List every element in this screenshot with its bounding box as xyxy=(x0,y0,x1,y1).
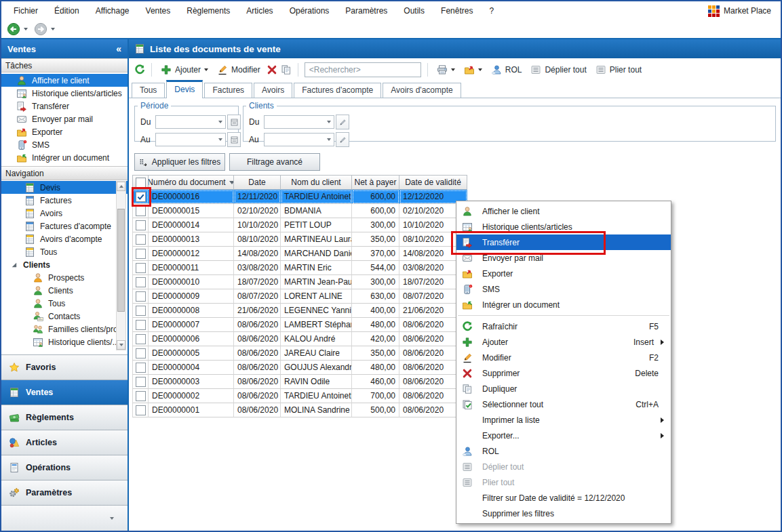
row-checkbox-cell[interactable] xyxy=(132,375,149,389)
table-row[interactable]: DE0000000208/06/2020TARDIEU Antoinette70… xyxy=(132,389,467,403)
edit-button[interactable]: Modifier xyxy=(214,63,263,77)
scrollbar-down-button[interactable] xyxy=(117,340,125,350)
column-header-nom-du-client[interactable]: Nom du client xyxy=(281,175,352,190)
sidebar-item-contacts[interactable]: Contacts xyxy=(1,310,128,323)
row-checkbox[interactable] xyxy=(136,249,146,259)
sidebar-item-avoirs-d-acompte[interactable]: Avoirs d'acompte xyxy=(1,232,128,245)
sidebar-item-factures[interactable]: Factures xyxy=(1,194,128,207)
sidebar-item-avoirs[interactable]: Avoirs xyxy=(1,207,128,220)
advanced-filter-button[interactable]: Filtrage avancé xyxy=(229,153,320,171)
context-menu-item-plier-tout[interactable]: Plier tout xyxy=(456,474,671,490)
tab-avoirs-d-acompte[interactable]: Avoirs d'acompte xyxy=(383,83,461,98)
sidebar-item-historique-clients[interactable]: Historique clients/... xyxy=(1,335,128,348)
module-overflow-strip[interactable] xyxy=(1,505,128,531)
table-row[interactable]: DE0000001214/08/2020MARCHAND Danielle370… xyxy=(132,247,467,261)
task-item-exporter[interactable]: Exporter xyxy=(1,125,128,138)
row-checkbox-cell[interactable] xyxy=(132,289,149,304)
back-dropdown-caret[interactable] xyxy=(24,28,28,30)
row-checkbox-cell[interactable] xyxy=(132,403,149,417)
row-checkbox[interactable] xyxy=(136,334,146,344)
row-checkbox[interactable] xyxy=(136,363,146,373)
row-checkbox-cell[interactable] xyxy=(132,204,149,218)
table-row[interactable]: DE0000001308/10/2020MARTINEAU Laura350,0… xyxy=(132,232,467,247)
row-checkbox[interactable] xyxy=(136,277,146,287)
row-checkbox[interactable] xyxy=(136,320,146,330)
menu-fenetres[interactable]: Fenêtres xyxy=(433,1,481,20)
navigation-scrollbar[interactable] xyxy=(116,181,126,350)
context-menu-item-imprimer-la-liste[interactable]: Imprimer la liste xyxy=(456,412,671,428)
column-header-date-de-validite[interactable]: Date de validité xyxy=(399,175,467,190)
column-header-date[interactable]: Date xyxy=(234,175,281,190)
menu-parametres[interactable]: Paramètres xyxy=(337,1,395,20)
row-checkbox-cell[interactable] xyxy=(132,275,149,289)
header-checkbox[interactable] xyxy=(136,178,146,188)
delete-icon[interactable] xyxy=(267,64,277,75)
row-checkbox-cell[interactable] xyxy=(132,190,149,204)
column-header-net-a-payer[interactable]: Net à payer xyxy=(352,175,399,190)
context-menu-item-selectionner-tout[interactable]: Sélectionner toutCtrl+A xyxy=(456,396,671,412)
table-row[interactable]: DE0000000608/06/2020KALOU André420,0008/… xyxy=(132,332,467,346)
row-checkbox[interactable] xyxy=(136,220,146,230)
period-from-calendar-button[interactable] xyxy=(227,115,241,129)
tab-factures[interactable]: Factures xyxy=(204,83,252,98)
row-checkbox-cell[interactable] xyxy=(132,218,149,232)
table-row[interactable]: DE0000000508/06/2020JAREAU Claire350,000… xyxy=(132,346,467,361)
context-menu-item-integrer-un-document[interactable]: Intégrer un document xyxy=(456,297,671,312)
context-menu-item-rol[interactable]: ROL xyxy=(456,443,671,459)
sidebar-item-statistiques[interactable]: Statistiques xyxy=(1,348,128,352)
context-menu-item-transferer[interactable]: Transférer xyxy=(456,234,671,250)
menu-ventes[interactable]: Ventes xyxy=(138,1,179,20)
sidebar-collapse-button[interactable]: « xyxy=(116,43,121,54)
row-checkbox[interactable] xyxy=(136,391,146,401)
menu-item[interactable]: ? xyxy=(481,1,502,20)
menu-reglements[interactable]: Règlements xyxy=(178,1,238,20)
context-menu-item-deplier-tout[interactable]: Déplier tout xyxy=(456,459,671,474)
period-to-calendar-button[interactable] xyxy=(227,132,241,147)
menu-articles[interactable]: Articles xyxy=(238,1,281,20)
add-button[interactable]: Ajouter xyxy=(158,63,211,77)
menu-affichage[interactable]: Affichage xyxy=(87,1,138,20)
row-checkbox[interactable] xyxy=(136,192,146,202)
print-button[interactable] xyxy=(434,63,458,77)
sidebar-item-factures-d-acompte[interactable]: Factures d'acompte xyxy=(1,220,128,232)
scrollbar-up-button[interactable] xyxy=(117,182,125,191)
menu-fichier[interactable]: Fichier xyxy=(5,1,46,20)
sidebar-item-devis[interactable]: Devis xyxy=(1,181,128,194)
clients-to-edit-button[interactable] xyxy=(336,132,349,147)
context-menu-item-ajouter[interactable]: AjouterInsert xyxy=(456,334,671,350)
context-menu-item-historique-clients-articles[interactable]: Historique clients/articles xyxy=(456,219,671,234)
sidebar-item-prospects[interactable]: Prospects xyxy=(1,271,128,284)
menu-outils[interactable]: Outils xyxy=(395,1,433,20)
context-menu-item-sms[interactable]: SMS xyxy=(456,281,671,297)
module-ventes[interactable]: Ventes xyxy=(1,380,128,405)
table-row[interactable]: DE0000000821/06/2020LEGENNEC Yannick400,… xyxy=(132,304,467,318)
row-checkbox-cell[interactable] xyxy=(132,261,149,275)
menu-operations[interactable]: Opérations xyxy=(281,1,338,20)
context-menu-item-exporter[interactable]: Exporter xyxy=(456,266,671,281)
row-checkbox-cell[interactable] xyxy=(132,361,149,375)
table-row[interactable]: DE0000001018/07/2020MARTIN Jean-Paul300,… xyxy=(132,275,467,289)
row-checkbox-cell[interactable] xyxy=(132,247,149,261)
search-input[interactable] xyxy=(305,62,421,77)
row-checkbox[interactable] xyxy=(136,348,146,359)
context-menu-item-envoyer-par-mail[interactable]: Envoyer par mail xyxy=(456,250,671,266)
module-articles[interactable]: Articles xyxy=(1,430,128,455)
row-checkbox[interactable] xyxy=(136,405,146,415)
row-checkbox[interactable] xyxy=(136,291,146,302)
context-menu-item-rafraichir[interactable]: RafraîchirF5 xyxy=(456,319,671,334)
row-checkbox[interactable] xyxy=(136,234,146,245)
forward-button[interactable] xyxy=(34,22,47,36)
task-item-envoyer-par-mail[interactable]: Envoyer par mail xyxy=(1,112,128,125)
row-checkbox-cell[interactable] xyxy=(132,389,149,403)
module-parametres[interactable]: Paramètres xyxy=(1,480,128,505)
row-checkbox[interactable] xyxy=(136,206,146,216)
tab-avoirs[interactable]: Avoirs xyxy=(254,83,292,98)
row-checkbox-cell[interactable] xyxy=(132,304,149,318)
context-menu-item-exporter[interactable]: Exporter... xyxy=(456,428,671,443)
collapse-all-button[interactable]: Plier tout xyxy=(593,63,644,77)
context-menu-item-modifier[interactable]: ModifierF2 xyxy=(456,350,671,365)
context-menu-item-supprimer[interactable]: SupprimerDelete xyxy=(456,365,671,381)
copy-icon[interactable] xyxy=(281,64,292,75)
task-item-historique-clients-articles[interactable]: Historique clients/articles xyxy=(1,87,128,100)
expand-all-button[interactable]: Déplier tout xyxy=(528,63,589,77)
